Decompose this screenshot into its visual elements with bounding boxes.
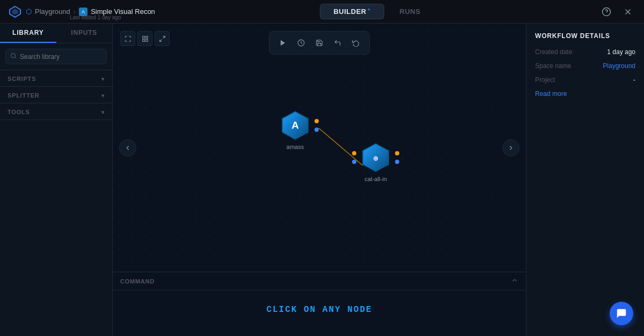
schedule-button[interactable] xyxy=(293,35,309,51)
search-icon xyxy=(10,53,17,61)
svg-point-6 xyxy=(11,54,16,58)
panel-row-created: Created date 1 day ago xyxy=(535,48,635,56)
svg-text:A: A xyxy=(291,120,299,131)
svg-line-12 xyxy=(163,36,165,38)
panel-row-project: Project - xyxy=(535,76,635,84)
cat-connectors-right xyxy=(395,151,399,164)
canvas-area: A amass xyxy=(113,24,526,336)
svg-text:⊕: ⊕ xyxy=(374,154,378,162)
panel-key-project: Project xyxy=(535,76,555,84)
topbar-tabs: BUILDER+ RUNS xyxy=(320,4,434,19)
sidebar-section-tools[interactable]: TOOLS ▾ xyxy=(0,103,112,120)
undo-button[interactable] xyxy=(330,35,346,51)
playground-icon: ⬡ xyxy=(26,8,32,16)
cat-connector-right-blue xyxy=(395,160,399,164)
chat-bubble[interactable] xyxy=(610,302,633,325)
cat-all-in-label: cat-all-in xyxy=(364,176,387,182)
help-button[interactable] xyxy=(599,4,614,19)
divider-4 xyxy=(0,120,112,120)
close-button[interactable] xyxy=(620,4,635,19)
amass-connector-yellow xyxy=(314,119,319,123)
zoom-controls xyxy=(120,31,170,46)
cat-connector-left-blue xyxy=(352,160,356,164)
read-more-link[interactable]: Read more xyxy=(535,90,635,98)
builder-badge: + xyxy=(368,7,371,12)
node-amass-wrapper: A xyxy=(279,109,311,141)
topbar-right xyxy=(599,4,635,19)
panel-title: WORKFLOW DETAILS xyxy=(535,32,635,40)
svg-rect-11 xyxy=(142,39,144,41)
panel-value-space[interactable]: Playground xyxy=(603,62,635,70)
zoom-fit-button[interactable] xyxy=(120,31,135,46)
command-collapse-button[interactable] xyxy=(511,277,518,286)
app-logo xyxy=(9,5,21,18)
panel-row-space: Space name Playground xyxy=(535,62,635,70)
topbar-left: ⬡ Playground › A Simple Visual Recon Las… xyxy=(9,5,155,18)
node-cat-all-in-wrapper: ⊕ xyxy=(360,141,392,174)
amass-hex-icon: A xyxy=(279,109,311,141)
connection-lines xyxy=(113,24,526,272)
command-header: COMMAND xyxy=(113,272,526,290)
save-button[interactable] xyxy=(311,35,327,51)
panel-key-space: Space name xyxy=(535,62,571,70)
search-input[interactable] xyxy=(20,53,102,61)
history-button[interactable] xyxy=(348,35,364,51)
cat-connector-left-yellow xyxy=(352,151,356,155)
svg-rect-8 xyxy=(142,36,144,38)
cat-connector-right-yellow xyxy=(395,151,399,155)
sidebar-tab-library[interactable]: LIBRARY xyxy=(0,24,56,43)
node-amass[interactable]: A amass xyxy=(279,109,311,150)
svg-marker-1 xyxy=(12,9,18,15)
cat-connectors-left xyxy=(352,151,356,164)
main-layout: LIBRARY INPUTS SCRIPTS ▾ SPLITTER ▾ TOOL… xyxy=(0,24,644,336)
zoom-fullscreen-button[interactable] xyxy=(155,31,170,46)
amass-label: amass xyxy=(287,144,304,150)
svg-line-7 xyxy=(14,57,16,58)
nav-arrow-right[interactable] xyxy=(502,139,519,156)
panel-value-created: 1 day ago xyxy=(607,48,635,56)
tab-runs[interactable]: RUNS xyxy=(386,4,434,19)
svg-rect-10 xyxy=(145,39,148,41)
play-button[interactable] xyxy=(275,35,291,51)
chevron-scripts-icon: ▾ xyxy=(101,76,105,82)
sidebar: LIBRARY INPUTS SCRIPTS ▾ SPLITTER ▾ TOOL… xyxy=(0,24,113,336)
search-box[interactable] xyxy=(5,49,107,64)
sidebar-tab-inputs[interactable]: INPUTS xyxy=(56,24,113,43)
amass-connectors-right xyxy=(314,119,319,132)
nav-arrow-left[interactable] xyxy=(119,139,136,156)
sidebar-section-splitter[interactable]: SPLITTER ▾ xyxy=(0,87,112,103)
svg-line-13 xyxy=(159,39,162,41)
breadcrumb-playground[interactable]: Playground xyxy=(35,8,70,16)
sidebar-tabs: LIBRARY INPUTS xyxy=(0,24,112,43)
command-section: COMMAND CLICK ON ANY NODE xyxy=(113,272,526,336)
zoom-expand-button[interactable] xyxy=(137,31,152,46)
tab-builder[interactable]: BUILDER+ xyxy=(320,4,384,19)
cat-all-in-hex-icon: ⊕ xyxy=(360,141,392,174)
chevron-splitter-icon: ▾ xyxy=(101,93,105,99)
chevron-tools-icon: ▾ xyxy=(101,109,105,115)
panel-value-project: - xyxy=(633,76,635,84)
svg-marker-14 xyxy=(281,40,285,46)
last-edited: Last edited 1 day ago xyxy=(70,14,121,20)
canvas[interactable]: A amass xyxy=(113,24,526,272)
click-node-text: CLICK ON ANY NODE xyxy=(266,305,372,315)
sidebar-section-scripts[interactable]: SCRIPTS ▾ xyxy=(0,70,112,86)
right-panel: WORKFLOW DETAILS Created date 1 day ago … xyxy=(526,24,644,336)
topbar: ⬡ Playground › A Simple Visual Recon Las… xyxy=(0,0,644,24)
panel-key-created: Created date xyxy=(535,48,572,56)
canvas-toolbar xyxy=(269,31,370,55)
node-cat-all-in[interactable]: ⊕ cat-all-in xyxy=(360,141,392,182)
command-label: COMMAND xyxy=(120,278,155,285)
svg-rect-9 xyxy=(145,36,148,38)
amass-connector-blue xyxy=(314,128,319,132)
